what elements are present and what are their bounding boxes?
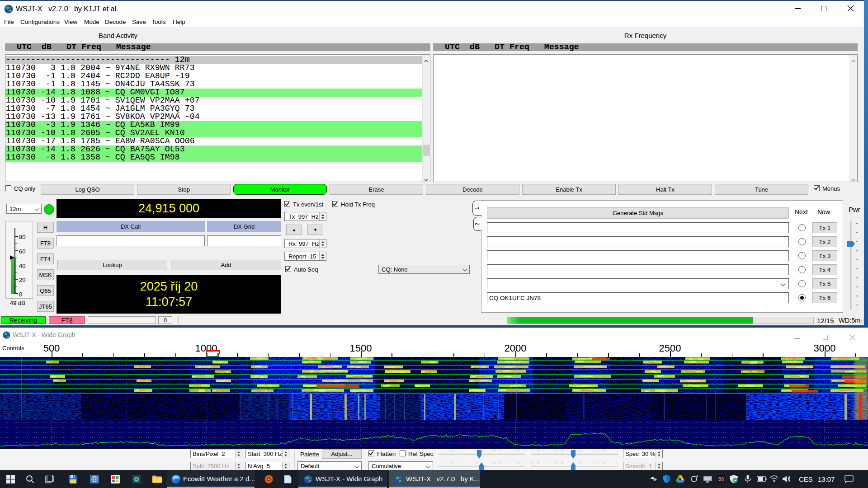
- svg-text:B6: B6: [718, 477, 724, 482]
